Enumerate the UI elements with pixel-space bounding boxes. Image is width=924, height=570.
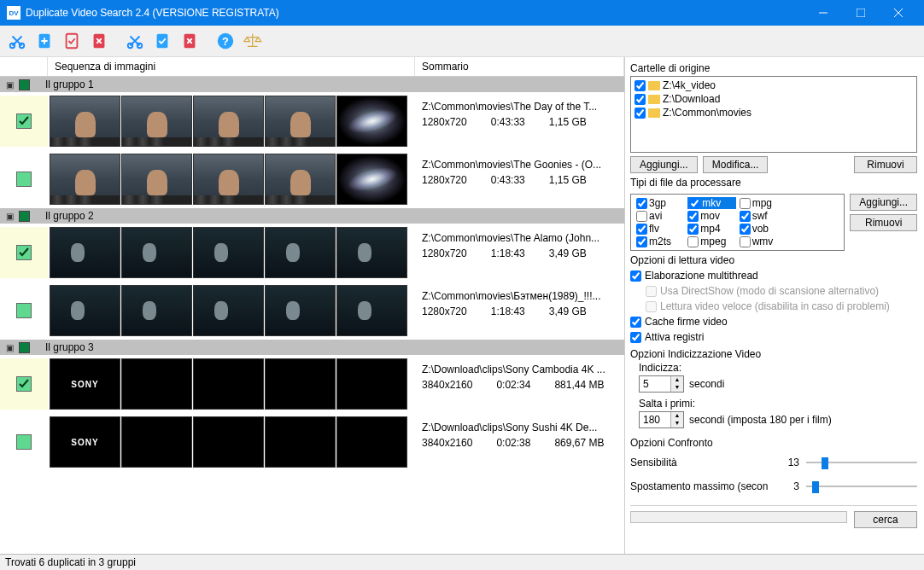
file-type-item[interactable]: mpg — [740, 197, 787, 209]
type-checkbox[interactable] — [740, 211, 751, 222]
collapse-icon[interactable]: ▣ — [3, 211, 15, 221]
spin-up-icon[interactable]: ▲ — [671, 376, 683, 384]
thumbnail — [121, 358, 192, 410]
balance-scale-icon[interactable] — [241, 29, 265, 53]
file-new-2-icon[interactable] — [150, 29, 174, 53]
item-duration: 0:02:38 — [496, 435, 530, 451]
file-type-item[interactable]: swf — [740, 210, 787, 222]
spin-down-icon[interactable]: ▼ — [671, 420, 683, 428]
type-checkbox[interactable] — [636, 224, 647, 235]
result-row[interactable]: Z:\Common\movies\The Alamo (John... 1280… — [0, 224, 624, 282]
folder-item[interactable]: Z:\Common\movies — [633, 106, 915, 119]
file-delete-icon[interactable] — [87, 29, 111, 53]
type-ext: swf — [752, 210, 768, 222]
spin-down-icon[interactable]: ▼ — [671, 384, 683, 392]
close-button[interactable] — [880, 0, 917, 26]
file-delete-2-icon[interactable] — [178, 29, 202, 53]
minimize-button[interactable] — [804, 0, 842, 26]
type-checkbox[interactable] — [740, 236, 751, 247]
list-body[interactable]: ▣Il gruppo 1 Z:\Common\movies\The Day of… — [0, 77, 624, 554]
folder-checkbox[interactable] — [635, 108, 646, 119]
file-type-item[interactable]: flv — [636, 223, 684, 235]
idx-index-input[interactable] — [640, 376, 670, 392]
result-row[interactable]: SONY Z:\Download\clips\Sony Sushi 4K De.… — [0, 413, 624, 471]
type-checkbox[interactable] — [689, 198, 700, 209]
thumbnail: SONY — [50, 358, 120, 410]
result-row[interactable]: Z:\Common\movies\The Goonies - (O... 128… — [0, 150, 624, 208]
folder-item[interactable]: Z:\Download — [633, 92, 915, 106]
cut-icon[interactable] — [5, 29, 29, 53]
group-header[interactable]: ▣Il gruppo 2 — [0, 208, 624, 224]
file-type-item[interactable]: m2ts — [636, 236, 684, 247]
result-row[interactable]: SONY Z:\Download\clips\Sony Cambodia 4K … — [0, 355, 624, 413]
group-checkbox[interactable] — [19, 342, 30, 353]
spin-up-icon[interactable]: ▲ — [671, 412, 683, 420]
col-header-sequence[interactable]: Sequenza di immagini — [48, 57, 415, 76]
item-checkbox[interactable] — [16, 113, 32, 129]
file-type-item[interactable]: 3gp — [636, 197, 684, 209]
opt-directshow[interactable]: Usa DirectShow (modo di scansione altern… — [646, 285, 917, 297]
type-checkbox[interactable] — [687, 224, 699, 235]
group-header[interactable]: ▣Il gruppo 1 — [0, 77, 624, 92]
folder-checkbox[interactable] — [635, 80, 646, 91]
folder-checkbox[interactable] — [635, 94, 646, 105]
collapse-icon[interactable]: ▣ — [3, 79, 15, 90]
opt-multithread[interactable]: Elaborazione multithread — [630, 270, 917, 282]
thumbnail — [121, 416, 192, 468]
cut-2-icon[interactable] — [123, 29, 147, 53]
type-checkbox[interactable] — [687, 211, 699, 222]
edit-folder-button[interactable]: Modifica... — [703, 156, 769, 173]
result-row[interactable]: Z:\Common\movies\The Day of the T... 128… — [0, 92, 624, 150]
file-check-icon[interactable] — [60, 29, 84, 53]
thumbnail — [265, 358, 336, 410]
file-type-item[interactable]: avi — [636, 210, 684, 222]
idx-skip-input[interactable] — [640, 412, 670, 428]
item-checkbox[interactable] — [16, 303, 32, 318]
add-type-button[interactable]: Aggiungi... — [850, 194, 917, 211]
shift-label: Spostamento massimo (secon — [630, 480, 775, 492]
file-type-item[interactable]: mpeg — [687, 236, 735, 247]
thumbnail — [121, 96, 192, 147]
type-checkbox[interactable] — [636, 236, 647, 247]
type-checkbox[interactable] — [636, 211, 647, 222]
item-checkbox[interactable] — [16, 434, 32, 450]
folder-item[interactable]: Z:\4k_video — [633, 79, 915, 92]
item-checkbox[interactable] — [16, 376, 32, 392]
type-checkbox[interactable] — [740, 198, 751, 209]
remove-folder-button[interactable]: Rimuovi — [854, 156, 917, 173]
folder-list[interactable]: Z:\4k_videoZ:\DownloadZ:\Common\movies — [630, 76, 917, 153]
group-checkbox[interactable] — [19, 79, 30, 90]
collapse-icon[interactable]: ▣ — [3, 342, 15, 352]
item-checkbox[interactable] — [16, 172, 32, 187]
type-checkbox[interactable] — [636, 198, 647, 209]
result-row[interactable]: Z:\Common\movies\Бэтмен(1989)_!!!... 128… — [0, 282, 624, 340]
remove-type-button[interactable]: Rimuovi — [850, 214, 917, 231]
file-type-item[interactable]: wmv — [740, 236, 787, 247]
opt-fastread[interactable]: Lettura video veloce (disabilita in caso… — [646, 300, 917, 312]
group-checkbox[interactable] — [19, 211, 30, 222]
opt-cache[interactable]: Cache firme video — [630, 316, 917, 328]
item-checkbox[interactable] — [16, 245, 32, 260]
type-checkbox[interactable] — [740, 224, 751, 235]
group-header[interactable]: ▣Il gruppo 3 — [0, 340, 624, 355]
file-type-item[interactable]: mkv — [687, 197, 735, 209]
item-resolution: 1280x720 — [422, 304, 467, 319]
col-header-summary[interactable]: Sommario — [415, 57, 624, 76]
help-icon[interactable]: ? — [213, 29, 237, 53]
file-new-icon[interactable] — [32, 29, 56, 53]
sens-slider[interactable] — [806, 454, 917, 471]
opt-logs[interactable]: Attiva registri — [630, 331, 917, 343]
file-types-box[interactable]: 3gpmkvmpg avimovswf flvmp4vob m2tsmpegwm… — [630, 194, 845, 251]
idx-skip-spinner[interactable]: ▲▼ — [639, 411, 684, 428]
file-type-item[interactable]: vob — [740, 223, 787, 235]
file-type-item[interactable]: mp4 — [687, 223, 735, 235]
shift-slider[interactable] — [806, 478, 917, 495]
idx-index-spinner[interactable]: ▲▼ — [639, 375, 684, 393]
folders-label: Cartelle di origine — [630, 62, 917, 74]
type-checkbox[interactable] — [687, 236, 699, 247]
thumbnail: SONY — [50, 416, 120, 468]
add-folder-button[interactable]: Aggiungi... — [630, 156, 698, 173]
file-type-item[interactable]: mov — [687, 210, 735, 222]
search-button[interactable]: cerca — [854, 511, 917, 528]
maximize-button[interactable] — [842, 0, 880, 26]
